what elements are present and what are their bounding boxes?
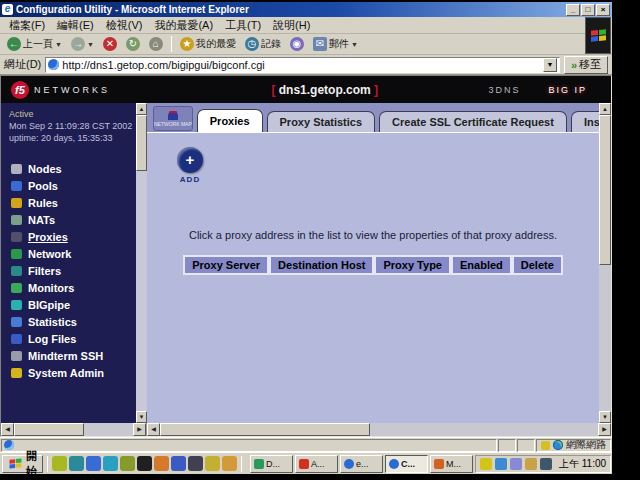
scrollbar-thumb[interactable] [160, 423, 370, 436]
scroll-left-icon[interactable]: ◀ [1, 423, 14, 436]
quick-launch-icon[interactable] [86, 456, 101, 471]
scroll-right-icon[interactable]: ▶ [598, 423, 611, 436]
sidebar-item-mindterm-ssh[interactable]: Mindterm SSH [1, 347, 147, 364]
quick-launch-icon[interactable] [188, 456, 203, 471]
tray-icon[interactable] [495, 458, 507, 470]
column-header-delete[interactable]: Delete [512, 255, 563, 275]
proxy-table-header-row: Proxy Server Destination Host Proxy Type… [147, 255, 599, 275]
status-bar: 網際網路 [0, 437, 612, 452]
back-dropdown-icon[interactable]: ▼ [55, 41, 62, 48]
favorites-button[interactable]: ★ 我的最愛 [177, 36, 239, 52]
tab-install-ssl-certificate[interactable]: Install SSL Certifi [571, 111, 599, 132]
minimize-button[interactable]: _ [566, 4, 580, 16]
task-button-1[interactable]: D... [250, 455, 293, 473]
f5-logo[interactable]: f5 NETWORKS [11, 81, 161, 99]
quick-launch-icon[interactable] [52, 456, 67, 471]
tab-proxies[interactable]: Proxies [197, 109, 263, 132]
add-icon[interactable]: + [177, 147, 203, 173]
tray-icon[interactable] [525, 458, 537, 470]
task-button-2[interactable]: A... [295, 455, 338, 473]
add-proxy-control[interactable]: + ADD [173, 147, 207, 184]
mail-button[interactable]: ✉ 郵件 ▼ [310, 36, 361, 52]
quick-launch-icon[interactable] [222, 456, 237, 471]
scroll-up-icon[interactable]: ▲ [136, 103, 147, 115]
history-button[interactable]: ◷ 記錄 [242, 36, 284, 52]
scrollbar-track[interactable] [136, 115, 147, 411]
scroll-right-icon[interactable]: ▶ [133, 423, 146, 436]
quick-launch-icon[interactable] [205, 456, 220, 471]
tray-icon[interactable] [510, 458, 522, 470]
menu-help[interactable]: 說明(H) [268, 17, 315, 34]
taskbar-clock: 上午 11:00 [555, 457, 606, 471]
quick-launch-icon[interactable] [171, 456, 186, 471]
scrollbar-thumb[interactable] [14, 423, 84, 436]
menu-favorites[interactable]: 我的最愛(A) [149, 17, 218, 34]
task-button-3[interactable]: e... [340, 455, 383, 473]
go-button[interactable]: » 移至 [564, 56, 608, 74]
tray-icon[interactable] [480, 458, 492, 470]
quick-launch-icon[interactable] [103, 456, 118, 471]
sidebar-item-statistics[interactable]: Statistics [1, 313, 147, 330]
sidebar-item-network[interactable]: Network [1, 245, 147, 262]
stop-button[interactable]: ✕ [100, 36, 120, 52]
start-button[interactable]: 開始 [2, 455, 43, 473]
sidebar-item-rules[interactable]: Rules [1, 194, 147, 211]
sidebar-horizontal-scrollbar[interactable]: ◀ ▶ [1, 423, 147, 436]
refresh-icon: ↻ [126, 37, 140, 51]
scrollbar-track[interactable] [599, 115, 611, 411]
sidebar-item-nodes[interactable]: Nodes [1, 160, 147, 177]
menu-file[interactable]: 檔案(F) [4, 17, 50, 34]
sidebar-vertical-scrollbar[interactable]: ▲ ▼ [136, 103, 147, 423]
menu-view[interactable]: 檢視(V) [101, 17, 148, 34]
main-vertical-scrollbar[interactable]: ▲ ▼ [599, 103, 611, 423]
tab-proxy-statistics[interactable]: Proxy Statistics [267, 111, 376, 132]
back-button[interactable]: ← 上一頁 ▼ [4, 36, 65, 52]
menu-tools[interactable]: 工具(T) [220, 17, 266, 34]
quick-launch-icon[interactable] [69, 456, 84, 471]
forward-dropdown-icon[interactable]: ▼ [87, 41, 94, 48]
tab-create-ssl-certificate-request[interactable]: Create SSL Certificate Request [379, 111, 567, 132]
task-button-configuration-utility[interactable]: C... [385, 455, 428, 473]
close-button[interactable]: × [596, 4, 610, 16]
address-input[interactable] [62, 59, 543, 71]
media-button[interactable]: ◉ [287, 36, 307, 52]
refresh-button[interactable]: ↻ [123, 36, 143, 52]
address-dropdown-icon[interactable]: ▼ [543, 58, 557, 72]
scrollbar-thumb[interactable] [599, 115, 611, 265]
nav-3dns-link[interactable]: 3DNS [488, 85, 520, 95]
quick-launch-icon[interactable] [154, 456, 169, 471]
column-header-proxy-server[interactable]: Proxy Server [183, 255, 269, 275]
home-button[interactable]: ⌂ [146, 36, 166, 52]
tray-icon[interactable] [540, 458, 552, 470]
task-label: A... [311, 459, 325, 469]
scroll-left-icon[interactable]: ◀ [147, 423, 160, 436]
scroll-up-icon[interactable]: ▲ [599, 103, 611, 115]
scrollbar-track[interactable] [160, 423, 598, 436]
menu-edit[interactable]: 編輯(E) [52, 17, 99, 34]
sidebar-item-nats[interactable]: NATs [1, 211, 147, 228]
maximize-button[interactable]: □ [581, 4, 595, 16]
column-header-enabled[interactable]: Enabled [451, 255, 512, 275]
sidebar-item-monitors[interactable]: Monitors [1, 279, 147, 296]
network-map-button[interactable]: NETWORK MAP [153, 106, 193, 131]
sidebar-item-proxies[interactable]: Proxies [1, 228, 147, 245]
main-horizontal-scrollbar[interactable]: ◀ ▶ [147, 423, 611, 436]
scroll-down-icon[interactable]: ▼ [136, 411, 147, 423]
column-header-destination-host[interactable]: Destination Host [269, 255, 374, 275]
scroll-down-icon[interactable]: ▼ [599, 411, 611, 423]
quick-launch-icon[interactable] [120, 456, 135, 471]
scrollbar-track[interactable] [14, 423, 133, 436]
sidebar-item-system-admin[interactable]: System Admin [1, 364, 147, 381]
quick-launch-icon[interactable] [137, 456, 152, 471]
sidebar-item-bigpipe[interactable]: BIGpipe [1, 296, 147, 313]
sidebar-item-pools[interactable]: Pools [1, 177, 147, 194]
sidebar-item-filters[interactable]: Filters [1, 262, 147, 279]
sidebar-item-log-files[interactable]: Log Files [1, 330, 147, 347]
nav-bigip-link[interactable]: BIG IP [548, 85, 587, 95]
mail-dropdown-icon[interactable]: ▼ [351, 41, 358, 48]
window-titlebar[interactable]: e Configuration Utility - Microsoft Inte… [0, 2, 612, 17]
column-header-proxy-type[interactable]: Proxy Type [374, 255, 451, 275]
scrollbar-thumb[interactable] [136, 115, 147, 171]
forward-button[interactable]: → ▼ [68, 36, 97, 52]
task-button-5[interactable]: M... [430, 455, 473, 473]
